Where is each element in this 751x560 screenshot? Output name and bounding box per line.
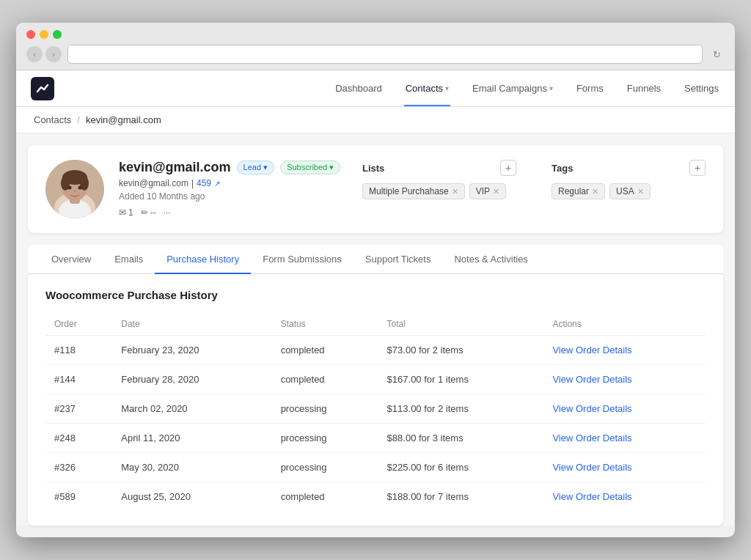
table-row: #248 April 11, 2020 processing $88.00 fo… xyxy=(45,424,706,453)
tag-remove-icon[interactable]: ✕ xyxy=(592,187,598,196)
table-row: #326 May 30, 2020 processing $225.00 for… xyxy=(45,453,706,482)
list-item-label: Multiple Purchahase xyxy=(369,186,449,196)
view-order-link[interactable]: View Order Details xyxy=(552,432,631,443)
breadcrumb-current: kevin@gmail.com xyxy=(86,114,161,125)
tab-emails[interactable]: Emails xyxy=(103,245,155,273)
view-order-link[interactable]: View Order Details xyxy=(552,403,631,414)
cell-status: processing xyxy=(272,424,378,453)
view-order-link[interactable]: View Order Details xyxy=(552,374,631,385)
tab-overview[interactable]: Overview xyxy=(40,245,103,273)
list-remove-icon[interactable]: ✕ xyxy=(493,187,499,196)
tab-form-submissions[interactable]: Form Submissions xyxy=(251,245,353,273)
view-order-link[interactable]: View Order Details xyxy=(552,491,631,502)
nav-item-email-campaigns[interactable]: Email Campaigns ▾ xyxy=(471,70,554,106)
table-row: #237 March 02, 2020 processing $113.00 f… xyxy=(45,394,706,424)
close-dot[interactable] xyxy=(26,30,35,39)
nav-item-forms[interactable]: Forms xyxy=(575,70,605,106)
cell-date: April 11, 2020 xyxy=(112,424,271,453)
col-header-date: Date xyxy=(112,313,271,336)
tags-header: Tags + xyxy=(552,160,706,176)
add-tag-button[interactable]: + xyxy=(689,160,706,176)
more-action[interactable]: ··· xyxy=(164,207,171,218)
browser-window: ‹ › ↻ Dashboard Contacts ▾ xyxy=(16,23,735,537)
table-row: #118 February 23, 2020 completed $73.00 … xyxy=(45,336,706,365)
lists-title: Lists xyxy=(362,163,384,174)
col-header-order: Order xyxy=(45,313,112,336)
maximize-dot[interactable] xyxy=(53,30,62,39)
contact-meta: Lists + Multiple Purchahase ✕ VIP ✕ xyxy=(362,160,706,199)
lead-badge[interactable]: Lead ▾ xyxy=(237,161,275,174)
nav-item-dashboard[interactable]: Dashboard xyxy=(334,70,384,106)
app-logo xyxy=(31,77,54,100)
cell-action: View Order Details xyxy=(543,336,706,365)
table-row: #144 February 28, 2020 completed $167.00… xyxy=(45,365,706,394)
col-header-actions: Actions xyxy=(543,313,706,336)
tag-item-usa[interactable]: USA ✕ xyxy=(609,183,651,199)
browser-dots xyxy=(26,30,725,39)
lists-section: Lists + Multiple Purchahase ✕ VIP ✕ xyxy=(362,160,516,199)
add-list-button[interactable]: + xyxy=(500,160,516,176)
avatar xyxy=(45,160,104,218)
breadcrumb-separator: / xyxy=(77,114,80,125)
cell-status: processing xyxy=(272,453,378,482)
nav-item-settings[interactable]: Settings xyxy=(683,70,720,106)
tags-title: Tags xyxy=(552,163,573,174)
tab-support-tickets[interactable]: Support Tickets xyxy=(353,245,443,273)
back-button[interactable]: ‹ xyxy=(26,46,43,62)
lists-header: Lists + xyxy=(362,160,516,176)
tabs-bar: Overview Emails Purchase History Form Su… xyxy=(28,245,723,274)
minimize-dot[interactable] xyxy=(40,30,48,39)
cell-status: processing xyxy=(272,394,378,424)
email-action[interactable]: ✉ 1 xyxy=(119,207,133,218)
list-remove-icon[interactable]: ✕ xyxy=(452,187,458,196)
view-order-link[interactable]: View Order Details xyxy=(552,462,631,473)
external-link-icon: ↗ xyxy=(214,180,220,188)
browser-chrome: ‹ › ↻ xyxy=(16,23,735,70)
subscribed-badge[interactable]: Subscribed ▾ xyxy=(280,161,340,174)
forward-button[interactable]: › xyxy=(45,46,62,62)
address-bar[interactable] xyxy=(67,45,703,64)
contact-info: kevin@gmail.com Lead ▾ Subscribed ▾ kevi… xyxy=(119,160,348,218)
email-icon: ✉ xyxy=(119,207,126,218)
contact-name-row: kevin@gmail.com Lead ▾ Subscribed ▾ xyxy=(119,160,348,175)
cell-date: August 25, 2020 xyxy=(112,482,271,512)
cell-total: $188.00 for 7 items xyxy=(378,482,544,512)
col-header-status: Status xyxy=(272,313,378,336)
cell-date: March 02, 2020 xyxy=(112,394,271,424)
tags-row: Regular ✕ USA ✕ xyxy=(552,183,706,199)
list-item-multiple-purchase[interactable]: Multiple Purchahase ✕ xyxy=(362,183,465,199)
nav-item-contacts[interactable]: Contacts ▾ xyxy=(404,70,450,106)
tag-item-regular[interactable]: Regular ✕ xyxy=(552,183,605,199)
cell-order: #248 xyxy=(45,424,112,453)
contact-id-link[interactable]: 459 xyxy=(197,178,211,188)
cell-status: completed xyxy=(272,336,378,365)
app-nav: Dashboard Contacts ▾ Email Campaigns ▾ F… xyxy=(16,70,735,107)
list-item-vip[interactable]: VIP ✕ xyxy=(469,183,506,199)
tag-label: Regular xyxy=(558,186,589,196)
col-header-total: Total xyxy=(378,313,544,336)
reload-button[interactable]: ↻ xyxy=(708,46,725,62)
contact-sub-row: kevin@gmail.com | 459 ↗ xyxy=(119,178,348,188)
view-order-link[interactable]: View Order Details xyxy=(552,345,631,355)
contact-separator: | xyxy=(191,178,194,188)
table-row: #589 August 25, 2020 completed $188.00 f… xyxy=(45,482,706,512)
tab-purchase-history[interactable]: Purchase History xyxy=(155,245,251,273)
cell-status: completed xyxy=(272,482,378,512)
cell-status: completed xyxy=(272,365,378,394)
cell-total: $225.00 for 6 items xyxy=(378,453,544,482)
breadcrumb-contacts-link[interactable]: Contacts xyxy=(34,114,71,125)
cell-total: $88.00 for 3 items xyxy=(378,424,544,453)
edit-action[interactable]: ✏ -- xyxy=(141,207,156,218)
cell-total: $113.00 for 2 items xyxy=(378,394,544,424)
nav-buttons: ‹ › xyxy=(26,46,62,62)
lists-tags-row: Multiple Purchahase ✕ VIP ✕ xyxy=(362,183,516,199)
contact-sub-email: kevin@gmail.com xyxy=(119,178,188,188)
breadcrumb: Contacts / kevin@gmail.com xyxy=(16,107,735,133)
cell-date: February 23, 2020 xyxy=(112,336,271,365)
cell-action: View Order Details xyxy=(543,424,706,453)
nav-item-funnels[interactable]: Funnels xyxy=(626,70,662,106)
tag-remove-icon[interactable]: ✕ xyxy=(637,187,644,196)
tab-notes-activities[interactable]: Notes & Activities xyxy=(442,245,539,273)
tag-label: USA xyxy=(616,186,634,196)
cell-total: $167.00 for 1 items xyxy=(378,365,544,394)
